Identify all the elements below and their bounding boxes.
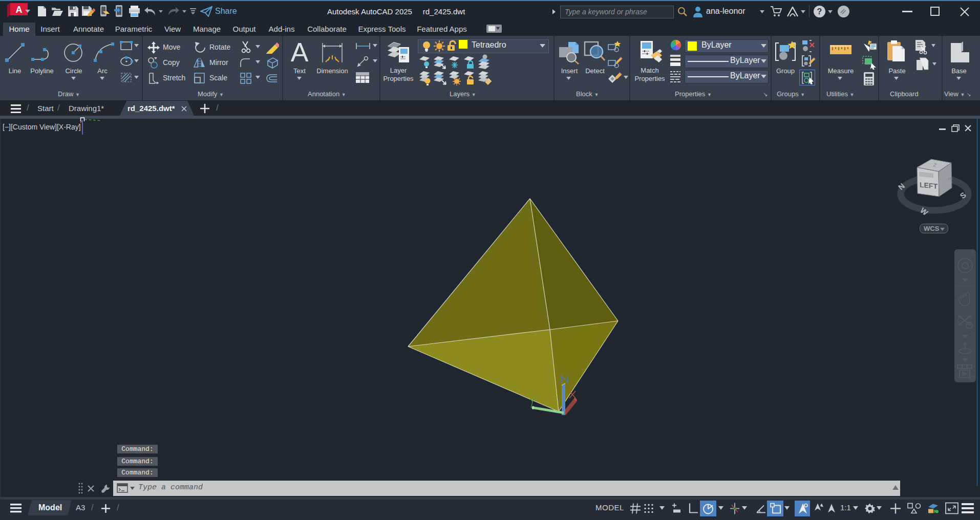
svg-text:LEFT: LEFT (920, 181, 938, 190)
svg-text:A: A (16, 5, 23, 15)
